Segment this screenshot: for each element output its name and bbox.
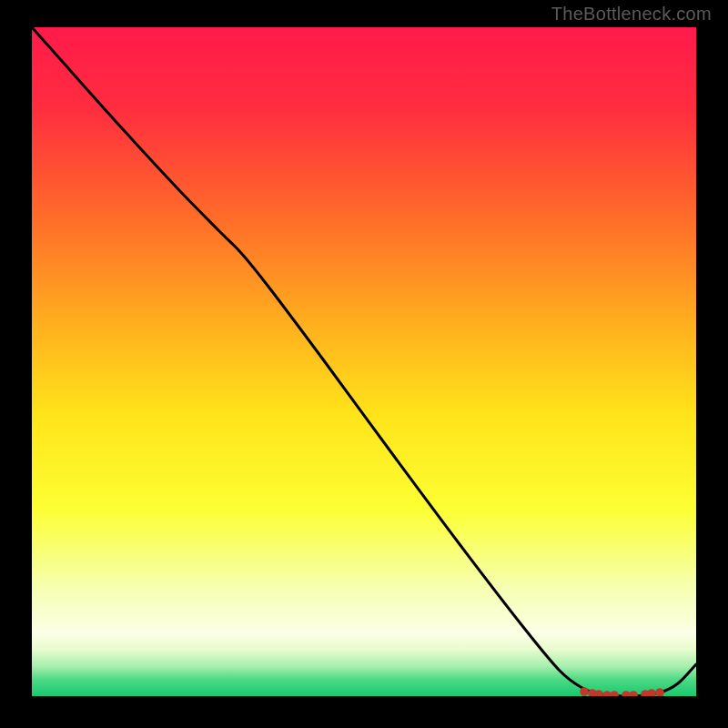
gradient-background xyxy=(32,27,696,696)
watermark-text: TheBottleneck.com xyxy=(551,4,712,25)
chart-plot-area xyxy=(32,27,696,696)
marker-dot xyxy=(580,687,589,696)
chart-svg xyxy=(32,27,696,696)
